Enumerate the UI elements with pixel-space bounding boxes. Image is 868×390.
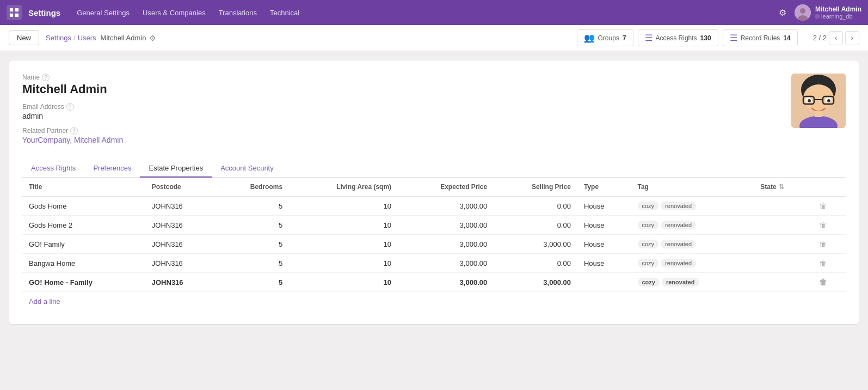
cell-delete[interactable]: 🗑 bbox=[812, 216, 846, 235]
cell-expected-price: 3,000.00 bbox=[398, 254, 494, 273]
tag-badge: cozy bbox=[638, 259, 659, 267]
svg-rect-3 bbox=[15, 14, 19, 17]
cell-state bbox=[754, 197, 812, 216]
brand-label: Settings bbox=[28, 8, 60, 17]
cell-bedrooms: 5 bbox=[217, 254, 289, 273]
cell-type bbox=[577, 273, 631, 292]
new-button[interactable]: New bbox=[9, 31, 39, 45]
access-rights-icon: ☰ bbox=[645, 33, 652, 43]
app-menu-icon[interactable] bbox=[7, 5, 22, 20]
record-rules-button[interactable]: ☰ Record Rules 14 bbox=[723, 29, 798, 46]
breadcrumb-bar: New Settings / Users Mitchell Admin ⚙ 👥 … bbox=[0, 25, 868, 51]
cell-title[interactable]: Gods Home 2 bbox=[22, 216, 145, 235]
partner-field-row: Related Partner ? YourCompany, Mitchell … bbox=[22, 127, 791, 144]
cell-bedrooms: 5 bbox=[217, 273, 289, 292]
breadcrumb-settings[interactable]: Settings bbox=[46, 34, 71, 42]
cell-state bbox=[754, 254, 812, 273]
tag-badge: renovated bbox=[661, 202, 696, 210]
partner-label: Related Partner ? bbox=[22, 127, 791, 135]
breadcrumb-actions: 👥 Groups 7 ☰ Access Rights 130 ☰ Record … bbox=[577, 29, 798, 46]
cell-bedrooms: 5 bbox=[217, 235, 289, 254]
col-selling-price: Selling Price bbox=[494, 178, 577, 197]
svg-rect-2 bbox=[10, 14, 13, 17]
delete-row-icon[interactable]: 🗑 bbox=[819, 202, 827, 210]
breadcrumb-separator: / bbox=[73, 34, 76, 42]
email-field-row: Email Address ? admin bbox=[22, 103, 791, 120]
user-info: Mitchell Admin learning_db bbox=[815, 5, 861, 20]
delete-row-icon[interactable]: 🗑 bbox=[819, 259, 827, 267]
access-rights-label: Access Rights bbox=[656, 34, 697, 42]
debug-icon[interactable]: ⚙ bbox=[775, 5, 790, 20]
cell-postcode: JOHN316 bbox=[145, 235, 217, 254]
groups-count: 7 bbox=[623, 34, 626, 42]
tab-account-security[interactable]: Account Security bbox=[212, 160, 282, 178]
cell-living-area: 10 bbox=[289, 197, 398, 216]
svg-rect-18 bbox=[815, 111, 822, 117]
cell-bedrooms: 5 bbox=[217, 216, 289, 235]
record-fields: Name ? Mitchell Admin Email Address ? ad… bbox=[22, 74, 791, 151]
tab-access-rights[interactable]: Access Rights bbox=[22, 160, 84, 178]
cell-delete[interactable]: 🗑 bbox=[812, 273, 846, 292]
col-state: State ⇅ bbox=[754, 178, 812, 197]
nav-users-companies[interactable]: Users & Companies bbox=[137, 7, 211, 19]
cell-state bbox=[754, 216, 812, 235]
cell-delete[interactable]: 🗑 bbox=[812, 254, 846, 273]
cell-living-area: 10 bbox=[289, 216, 398, 235]
table-row: GO! Family JOHN316 5 10 3,000.00 3,000.0… bbox=[22, 235, 846, 254]
cell-expected-price: 3,000.00 bbox=[398, 273, 494, 292]
table-row: Gods Home 2 JOHN316 5 10 3,000.00 0.00 H… bbox=[22, 216, 846, 235]
tab-preferences[interactable]: Preferences bbox=[84, 160, 140, 178]
col-tag: Tag bbox=[631, 178, 754, 197]
breadcrumb-users[interactable]: Users bbox=[78, 34, 96, 42]
settings-gear-icon[interactable]: ⚙ bbox=[149, 34, 156, 42]
tag-badge: renovated bbox=[662, 278, 699, 287]
delete-row-icon[interactable]: 🗑 bbox=[819, 278, 827, 287]
cell-tags: cozyrenovated bbox=[631, 254, 754, 273]
email-label: Email Address ? bbox=[22, 103, 791, 111]
cell-title[interactable]: Gods Home bbox=[22, 197, 145, 216]
cell-tags: cozyrenovated bbox=[631, 273, 754, 292]
cell-expected-price: 3,000.00 bbox=[398, 235, 494, 254]
cell-title: GO! Home - Family bbox=[22, 273, 145, 292]
pagination-prev[interactable]: ‹ bbox=[829, 31, 843, 45]
record-rules-icon: ☰ bbox=[730, 33, 737, 43]
breadcrumb-current: Mitchell Admin ⚙ bbox=[101, 34, 157, 42]
groups-button[interactable]: 👥 Groups 7 bbox=[577, 29, 633, 46]
partner-value[interactable]: YourCompany, Mitchell Admin bbox=[22, 136, 123, 144]
cell-selling-price: 0.00 bbox=[494, 216, 577, 235]
access-rights-count: 130 bbox=[700, 34, 711, 42]
cell-delete[interactable]: 🗑 bbox=[812, 235, 846, 254]
access-rights-button[interactable]: ☰ Access Rights 130 bbox=[638, 29, 718, 46]
table-row: Bangwa Home JOHN316 5 10 3,000.00 0.00 H… bbox=[22, 254, 846, 273]
name-value: Mitchell Admin bbox=[22, 82, 791, 96]
avatar bbox=[795, 4, 811, 21]
tag-badge: cozy bbox=[638, 221, 659, 229]
nav-translations[interactable]: Translations bbox=[213, 7, 262, 19]
tab-estate-properties[interactable]: Estate Properties bbox=[140, 160, 212, 178]
cell-delete[interactable]: 🗑 bbox=[812, 197, 846, 216]
user-avatar-image bbox=[791, 74, 846, 128]
user-db: learning_db bbox=[815, 13, 853, 20]
delete-row-icon[interactable]: 🗑 bbox=[819, 240, 827, 248]
tag-badge: cozy bbox=[638, 278, 660, 287]
svg-point-16 bbox=[827, 99, 830, 102]
state-sort-icon[interactable]: ⇅ bbox=[779, 183, 784, 191]
add-line-button[interactable]: Add a line bbox=[22, 292, 846, 311]
partner-help-icon[interactable]: ? bbox=[70, 127, 78, 135]
cell-type: House bbox=[577, 216, 631, 235]
name-help-icon[interactable]: ? bbox=[42, 74, 50, 81]
topnav-right-section: ⚙ Mitchell Admin learning_db bbox=[775, 4, 861, 21]
email-help-icon[interactable]: ? bbox=[66, 103, 74, 111]
cell-type: House bbox=[577, 197, 631, 216]
nav-general-settings[interactable]: General Settings bbox=[71, 7, 135, 19]
col-expected-price: Expected Price bbox=[398, 178, 494, 197]
cell-title: Bangwa Home bbox=[22, 254, 145, 273]
cell-living-area: 10 bbox=[289, 273, 398, 292]
cell-state bbox=[754, 235, 812, 254]
delete-row-icon[interactable]: 🗑 bbox=[819, 221, 827, 229]
cell-selling-price: 0.00 bbox=[494, 197, 577, 216]
nav-technical[interactable]: Technical bbox=[264, 7, 305, 19]
cell-selling-price: 3,000.00 bbox=[494, 273, 577, 292]
pagination-next[interactable]: › bbox=[845, 31, 859, 45]
cell-tags: cozyrenovated bbox=[631, 197, 754, 216]
